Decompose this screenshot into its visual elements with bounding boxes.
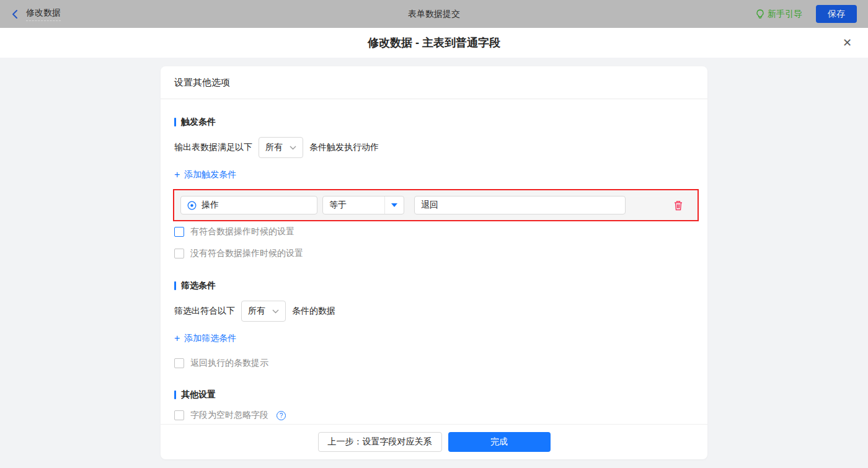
caret-down-icon[interactable] <box>384 196 404 214</box>
filter-match-value: 所有 <box>248 306 265 317</box>
add-filter-condition-link[interactable]: + 添加筛选条件 <box>174 333 236 344</box>
help-icon[interactable]: ? <box>277 411 286 420</box>
filter-sentence: 筛选出符合以下 所有 条件的数据 <box>174 301 694 322</box>
plus-icon: + <box>174 170 180 180</box>
checkbox-row-return-count: 返回执行的条数提示 <box>174 358 694 369</box>
trigger-match-select[interactable]: 所有 <box>259 137 303 158</box>
guide-label: 新手引导 <box>768 9 802 20</box>
add-trigger-condition-link[interactable]: + 添加触发条件 <box>174 169 236 180</box>
filter-section-title: 筛选条件 <box>174 280 694 291</box>
dialog-title: 修改数据 - 主表到普通字段 <box>368 35 500 50</box>
chevron-left-icon <box>11 9 19 19</box>
dialog-header: 修改数据 - 主表到普通字段 ✕ <box>0 28 868 58</box>
dialog-body: 设置其他选项 触发条件 输出表数据满足以下 所有 条件触发执行动作 + 添 <box>0 58 868 468</box>
checkbox-no-match-label: 没有符合数据操作时候的设置 <box>190 248 303 259</box>
options-card: 设置其他选项 触发条件 输出表数据满足以下 所有 条件触发执行动作 + 添 <box>161 66 707 459</box>
checkbox-ignore-empty-label: 字段为空时忽略字段 <box>190 410 268 421</box>
other-title-text: 其他设置 <box>181 389 216 400</box>
card-footer: 上一步：设置字段对应关系 完成 <box>161 424 707 459</box>
close-icon[interactable]: ✕ <box>843 37 852 48</box>
checkbox-row-has-match: 有符合数据操作时候的设置 <box>174 226 694 237</box>
condition-operator-value: 等于 <box>323 200 384 211</box>
radio-icon <box>187 201 197 210</box>
previous-step-button[interactable]: 上一步：设置字段对应关系 <box>318 432 442 452</box>
done-button[interactable]: 完成 <box>448 432 551 452</box>
card-title: 设置其他选项 <box>161 66 707 99</box>
trigger-title-text: 触发条件 <box>181 117 216 128</box>
save-button[interactable]: 保存 <box>816 5 857 23</box>
topbar-title: 表单数据提交 <box>408 9 460 20</box>
checkbox-return-count-label: 返回执行的条数提示 <box>190 358 268 369</box>
back-button[interactable]: 修改数据 <box>11 7 61 21</box>
filter-title-text: 筛选条件 <box>181 280 216 291</box>
filter-sentence-prefix: 筛选出符合以下 <box>174 306 235 317</box>
guide-link[interactable]: 新手引导 <box>756 9 802 20</box>
condition-value-input[interactable]: 退回 <box>414 196 626 214</box>
chevron-down-icon <box>290 146 296 150</box>
lightbulb-icon <box>756 9 764 19</box>
section-bar-icon <box>174 391 176 399</box>
condition-field-value: 操作 <box>202 200 219 211</box>
trigger-sentence-suffix: 条件触发执行动作 <box>309 142 379 153</box>
checkbox-row-no-match: 没有符合数据操作时候的设置 <box>174 248 694 259</box>
section-bar-icon <box>174 118 176 126</box>
trigger-match-value: 所有 <box>265 142 283 153</box>
condition-field-input[interactable]: 操作 <box>180 196 317 214</box>
trigger-sentence-prefix: 输出表数据满足以下 <box>174 142 252 153</box>
section-bar-icon <box>174 281 176 290</box>
add-filter-condition-label: 添加筛选条件 <box>184 333 236 344</box>
condition-operator-select[interactable]: 等于 <box>322 196 404 214</box>
filter-match-select[interactable]: 所有 <box>241 301 286 322</box>
chevron-down-icon <box>272 309 279 314</box>
add-trigger-condition-label: 添加触发条件 <box>184 169 236 180</box>
checkbox-row-ignore-empty: 字段为空时忽略字段 ? <box>174 410 694 421</box>
condition-value-text: 退回 <box>421 200 438 211</box>
topbar: 修改数据 表单数据提交 新手引导 保存 <box>0 0 868 28</box>
checkbox-no-match[interactable] <box>174 249 184 258</box>
trigger-condition-row-highlighted: 操作 等于 退回 <box>173 189 699 221</box>
topbar-actions: 新手引导 保存 <box>756 5 857 23</box>
card-body: 触发条件 输出表数据满足以下 所有 条件触发执行动作 + 添加触发条件 <box>161 99 707 424</box>
checkbox-has-match[interactable] <box>174 227 184 237</box>
trigger-section-title: 触发条件 <box>174 117 694 128</box>
plus-icon: + <box>174 333 180 343</box>
checkbox-ignore-empty[interactable] <box>174 410 184 420</box>
checkbox-has-match-label: 有符合数据操作时候的设置 <box>190 226 294 237</box>
trigger-sentence: 输出表数据满足以下 所有 条件触发执行动作 <box>174 137 694 158</box>
back-label: 修改数据 <box>26 7 61 21</box>
trash-icon[interactable] <box>673 200 683 211</box>
other-section-title: 其他设置 <box>174 389 694 400</box>
filter-sentence-suffix: 条件的数据 <box>292 306 335 317</box>
checkbox-return-count[interactable] <box>174 358 184 368</box>
